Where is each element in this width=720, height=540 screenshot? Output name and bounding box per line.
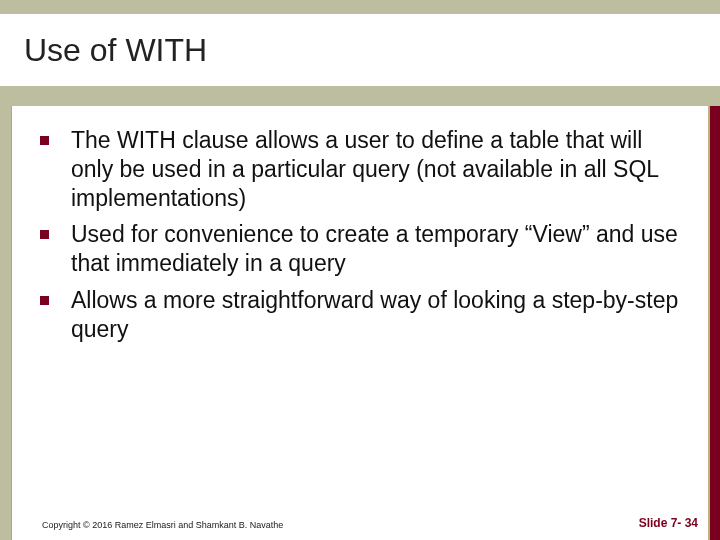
mid-decoration-band <box>0 86 720 106</box>
list-item: Used for convenience to create a tempora… <box>40 220 680 278</box>
square-bullet-icon <box>40 296 49 305</box>
square-bullet-icon <box>40 230 49 239</box>
left-decoration-column <box>0 106 12 540</box>
content-wrap: The WITH clause allows a user to define … <box>0 106 720 540</box>
slide: Use of WITH The WITH clause allows a use… <box>0 0 720 540</box>
title-area: Use of WITH <box>0 14 720 86</box>
top-decoration-band <box>0 0 720 14</box>
list-item: The WITH clause allows a user to define … <box>40 126 680 212</box>
slide-body: The WITH clause allows a user to define … <box>12 106 720 540</box>
bullet-list: The WITH clause allows a user to define … <box>40 126 680 343</box>
bullet-text: Allows a more straightforward way of loo… <box>71 286 680 344</box>
copyright-text: Copyright © 2016 Ramez Elmasri and Shamk… <box>42 520 283 530</box>
slide-title: Use of WITH <box>24 32 207 69</box>
right-decoration-stripe <box>710 106 720 540</box>
bullet-text: The WITH clause allows a user to define … <box>71 126 680 212</box>
slide-number: Slide 7- 34 <box>639 516 698 530</box>
square-bullet-icon <box>40 136 49 145</box>
list-item: Allows a more straightforward way of loo… <box>40 286 680 344</box>
bullet-text: Used for convenience to create a tempora… <box>71 220 680 278</box>
footer: Copyright © 2016 Ramez Elmasri and Shamk… <box>0 516 720 530</box>
